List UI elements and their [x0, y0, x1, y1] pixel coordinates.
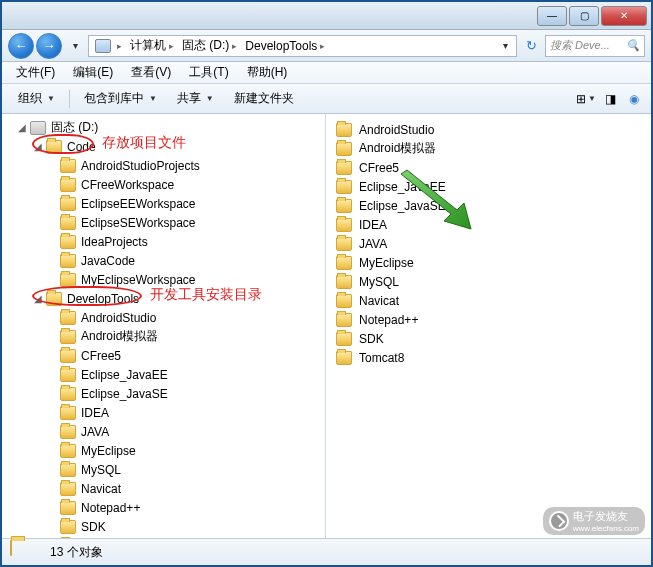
item-label: Navicat	[359, 294, 399, 308]
navigation-tree[interactable]: ◢ 固态 (D:) ◢ Code AndroidStudioProjects C…	[2, 114, 326, 538]
list-item[interactable]: MyEclipse	[336, 253, 641, 272]
content-pane[interactable]: AndroidStudio Android模拟器 CFree5 Eclipse_…	[326, 114, 651, 538]
main-area: ◢ 固态 (D:) ◢ Code AndroidStudioProjects C…	[2, 114, 651, 538]
item-label: IDEA	[359, 218, 387, 232]
folder-icon	[60, 349, 76, 363]
organize-button[interactable]: 组织▼	[10, 87, 63, 110]
folder-icon	[60, 273, 76, 287]
tree-label: Code	[67, 140, 96, 154]
list-item[interactable]: Eclipse_JavaEE	[336, 177, 641, 196]
search-input[interactable]: 搜索 Deve... 🔍	[545, 35, 645, 57]
refresh-button[interactable]: ↻	[521, 35, 541, 57]
tree-folder[interactable]: JAVA	[2, 422, 325, 441]
tree-folder[interactable]: Tomcat8	[2, 536, 325, 538]
tree-drive[interactable]: ◢ 固态 (D:)	[2, 118, 325, 137]
breadcrumb-item[interactable]: 固态 (D:) ▸	[178, 37, 241, 54]
tree-folder[interactable]: MyEclipseWorkspace	[2, 270, 325, 289]
folder-icon	[336, 313, 352, 327]
tree-folder[interactable]: EclipseEEWorkspace	[2, 194, 325, 213]
list-item[interactable]: Android模拟器	[336, 139, 641, 158]
tree-folder-developtools[interactable]: ◢ DevelopTools	[2, 289, 325, 308]
list-item[interactable]: Tomcat8	[336, 348, 641, 367]
computer-icon	[95, 39, 111, 53]
folder-icon	[60, 368, 76, 382]
maximize-button[interactable]: ▢	[569, 6, 599, 26]
folder-icon	[60, 387, 76, 401]
folder-icon	[60, 501, 76, 515]
item-label: CFree5	[359, 161, 399, 175]
tree-folder[interactable]: Eclipse_JavaEE	[2, 365, 325, 384]
breadcrumb-item[interactable]: DevelopTools ▸	[241, 39, 329, 53]
list-item[interactable]: JAVA	[336, 234, 641, 253]
list-item[interactable]: Notepad++	[336, 310, 641, 329]
help-icon[interactable]: ◉	[625, 90, 643, 108]
breadcrumb[interactable]: ▸ 计算机 ▸ 固态 (D:) ▸ DevelopTools ▸ ▾	[88, 35, 517, 57]
folder-icon	[60, 235, 76, 249]
tree-folder[interactable]: AndroidStudioProjects	[2, 156, 325, 175]
tree-folder[interactable]: JavaCode	[2, 251, 325, 270]
menu-file[interactable]: 文件(F)	[8, 62, 63, 83]
menu-view[interactable]: 查看(V)	[123, 62, 179, 83]
share-button[interactable]: 共享▼	[169, 87, 222, 110]
folder-icon	[60, 444, 76, 458]
tree-label: EclipseSEWorkspace	[81, 216, 196, 230]
toolbar: 组织▼ 包含到库中▼ 共享▼ 新建文件夹 ⊞▼ ◨ ◉	[2, 84, 651, 114]
list-item[interactable]: SDK	[336, 329, 641, 348]
tree-folder[interactable]: Notepad++	[2, 498, 325, 517]
folder-icon	[60, 406, 76, 420]
tree-folder[interactable]: SDK	[2, 517, 325, 536]
view-options-icon[interactable]: ⊞▼	[577, 90, 595, 108]
item-label: JAVA	[359, 237, 387, 251]
tree-label: Android模拟器	[81, 328, 158, 345]
folder-icon	[336, 199, 352, 213]
collapse-icon[interactable]: ◢	[16, 122, 28, 133]
folder-icon	[60, 178, 76, 192]
list-item[interactable]: MySQL	[336, 272, 641, 291]
folder-icon	[336, 256, 352, 270]
collapse-icon[interactable]: ◢	[32, 293, 44, 304]
breadcrumb-dropdown[interactable]: ▾	[496, 35, 514, 57]
tree-folder[interactable]: MySQL	[2, 460, 325, 479]
item-label: SDK	[359, 332, 384, 346]
forward-button[interactable]: →	[36, 33, 62, 59]
list-item[interactable]: Eclipse_JavaSE	[336, 196, 641, 215]
list-item[interactable]: CFree5	[336, 158, 641, 177]
preview-pane-icon[interactable]: ◨	[601, 90, 619, 108]
folder-icon	[46, 292, 62, 306]
folder-icon	[336, 123, 352, 137]
menu-tools[interactable]: 工具(T)	[181, 62, 236, 83]
new-folder-button[interactable]: 新建文件夹	[226, 87, 302, 110]
include-library-button[interactable]: 包含到库中▼	[76, 87, 165, 110]
list-item[interactable]: Navicat	[336, 291, 641, 310]
menu-edit[interactable]: 编辑(E)	[65, 62, 121, 83]
collapse-icon[interactable]: ◢	[32, 141, 44, 152]
tree-folder[interactable]: CFreeWorkspace	[2, 175, 325, 194]
list-item[interactable]: AndroidStudio	[336, 120, 641, 139]
tree-folder[interactable]: Navicat	[2, 479, 325, 498]
folder-icon	[60, 330, 76, 344]
folder-icon	[46, 140, 62, 154]
tree-label: IDEA	[81, 406, 109, 420]
tree-label: Notepad++	[81, 501, 140, 515]
folder-icon	[336, 161, 352, 175]
folder-icon	[336, 351, 352, 365]
list-item[interactable]: IDEA	[336, 215, 641, 234]
tree-folder[interactable]: Android模拟器	[2, 327, 325, 346]
folder-icon	[336, 275, 352, 289]
tree-folder[interactable]: CFree5	[2, 346, 325, 365]
close-button[interactable]: ✕	[601, 6, 647, 26]
tree-folder[interactable]: Eclipse_JavaSE	[2, 384, 325, 403]
history-dropdown[interactable]: ▾	[66, 35, 84, 57]
folder-icon	[60, 425, 76, 439]
drive-icon	[30, 121, 46, 135]
minimize-button[interactable]: —	[537, 6, 567, 26]
tree-folder-code[interactable]: ◢ Code	[2, 137, 325, 156]
breadcrumb-item[interactable]: 计算机 ▸	[126, 37, 178, 54]
tree-folder[interactable]: EclipseSEWorkspace	[2, 213, 325, 232]
tree-folder[interactable]: MyEclipse	[2, 441, 325, 460]
tree-folder[interactable]: AndroidStudio	[2, 308, 325, 327]
menu-help[interactable]: 帮助(H)	[239, 62, 296, 83]
tree-folder[interactable]: IDEA	[2, 403, 325, 422]
tree-folder[interactable]: IdeaProjects	[2, 232, 325, 251]
back-button[interactable]: ←	[8, 33, 34, 59]
